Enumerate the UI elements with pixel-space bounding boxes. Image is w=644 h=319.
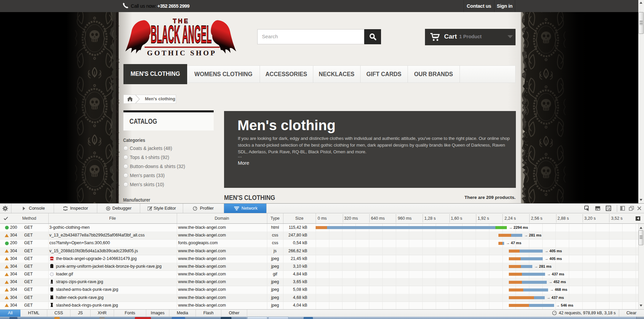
svg-text:BLACK ANGEL: BLACK ANGEL: [151, 20, 212, 48]
svg-text:GOTHIC SHOP: GOTHIC SHOP: [147, 49, 216, 57]
